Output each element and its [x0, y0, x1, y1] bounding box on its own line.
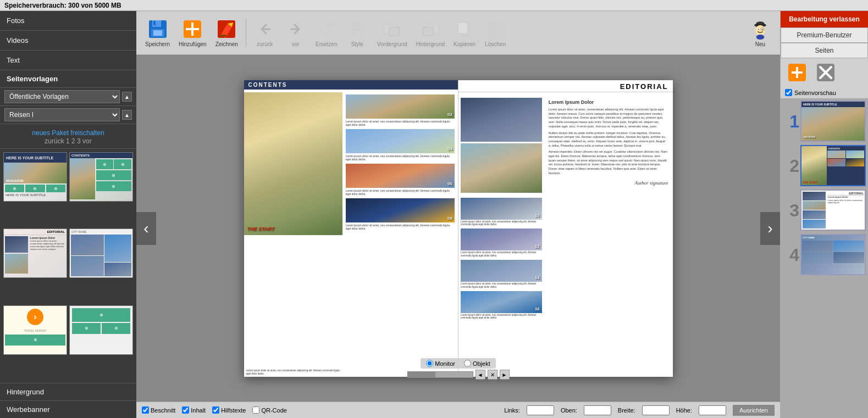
new-icon: [749, 18, 771, 40]
contents-header: CONTENTS: [244, 80, 458, 90]
sidebar-videos[interactable]: Videos: [0, 31, 136, 51]
template-thumb-contents[interactable]: CONTENTS ⊕ ⊕ ⊕ ⊕: [69, 152, 133, 202]
sidebar-werbebanner[interactable]: Werbebanner: [0, 400, 136, 418]
add-page-btn[interactable]: [785, 60, 809, 85]
radio-group: Monitor Objekt: [421, 358, 495, 369]
right-sidebar: Bearbeitung verlassen Premium-Benutzer S…: [780, 11, 868, 418]
back-icon: [254, 18, 276, 40]
vorlagen-select[interactable]: Öffentliche Vorlagen: [4, 90, 120, 103]
page-num-1: 1: [783, 113, 799, 130]
qrcode-check[interactable]: QR-Code: [252, 406, 286, 414]
edit-btn[interactable]: Bearbeitung verlassen: [781, 11, 868, 27]
sidebar-fotos[interactable]: Fotos: [0, 11, 136, 31]
page-preview-4[interactable]: CITY NAME: [800, 234, 866, 275]
monitor-radio[interactable]: Monitor: [426, 360, 455, 367]
page-preview-1[interactable]: HERE IS YOUR SUBTITLE MAGAZINE: [800, 101, 866, 142]
tool-neu[interactable]: Neu: [746, 16, 775, 49]
left-sidebar: Fotos Videos Text Seitenvorlagen Öffentl…: [0, 11, 136, 418]
hscroll-thumb[interactable]: [408, 372, 435, 377]
tool-ersetzen[interactable]: Ersetzen: [312, 16, 341, 49]
svg-point-29: [758, 29, 759, 30]
tool-vor[interactable]: vor: [281, 16, 310, 49]
vordergrund-label: Vordergrund: [377, 41, 407, 47]
svg-rect-16: [458, 23, 468, 34]
zurueck-label: zurück: [257, 41, 273, 47]
tool-hinzufuegen[interactable]: Hinzufügen: [175, 16, 210, 49]
page-row-4[interactable]: 4 CITY NAME: [783, 234, 866, 275]
tool-kopieren[interactable]: Kopieren: [450, 16, 479, 49]
page-num-2: 2: [783, 157, 799, 175]
seitenvorschau-label: Seitenvorschau: [794, 90, 836, 96]
oben-label: Oben:: [561, 407, 577, 414]
page-preview-2[interactable]: THE START CONTENTS: [800, 145, 866, 186]
hilfstexte-check[interactable]: Hilfstexte: [212, 406, 246, 414]
tool-style[interactable]: Style: [343, 16, 372, 49]
reisen-select[interactable]: Reisen I: [4, 108, 120, 121]
del-page-btn[interactable]: [814, 60, 838, 85]
page-row-2[interactable]: 2 THE START CONTENTS: [783, 145, 866, 186]
svg-rect-2: [153, 21, 156, 25]
tool-zurueck[interactable]: zurück: [251, 16, 279, 49]
inhalt-check[interactable]: Inhalt: [182, 406, 206, 414]
content-item-12: 12 Lorem ipsum dolor sit amet, rurs cons…: [461, 228, 542, 258]
vorlagen-dropdown-row: Öffentliche Vorlagen ▲: [0, 88, 136, 106]
template-thumb-city[interactable]: CITY NAME: [69, 228, 133, 278]
breite-label: Breite:: [618, 407, 635, 414]
editorial-person-img: [461, 143, 542, 193]
hoehe-label: Höhe:: [676, 407, 692, 414]
pages-list[interactable]: 1 HERE IS YOUR SUBTITLE MAGAZINE 2: [781, 98, 868, 418]
template-grid: HERE IS YOUR SUBTITLE MAGAZINE ⊕ ⊕ ⊕: [0, 149, 136, 383]
template-thumb-cover[interactable]: HERE IS YOUR SUBTITLE MAGAZINE ⊕ ⊕ ⊕: [3, 152, 67, 202]
svg-point-25: [756, 21, 765, 24]
tool-speichern[interactable]: Speichern: [142, 16, 173, 49]
reisen-up-btn[interactable]: ▲: [122, 110, 132, 120]
ausrichten-btn[interactable]: Ausrichten: [733, 405, 775, 416]
freischalten-link[interactable]: neues Paket freischalten: [32, 129, 104, 137]
page-preview-3[interactable]: EDITORIAL Lorem Ipsum Dolor Lorem ipsum …: [800, 190, 866, 231]
oben-input[interactable]: [584, 405, 611, 415]
nav-prev[interactable]: ‹: [136, 212, 156, 245]
page-row-3[interactable]: 3 EDITORIAL Lorem Ipsum Dolor: [783, 190, 866, 231]
svg-point-26: [755, 25, 765, 35]
tool-hintergrund[interactable]: Hintergrund: [413, 16, 448, 49]
neu-label: Neu: [755, 41, 765, 47]
content-item-16: 16 Lorem ipsum dolor sit amet, rurs cons…: [461, 291, 542, 320]
sidebar-hintergrund[interactable]: Hintergrund: [0, 383, 136, 400]
freischalten-section: neues Paket freischalten zurück 1 2 3 vo…: [0, 124, 136, 149]
speichern-label: Speichern: [145, 41, 170, 47]
style-label: Style: [351, 41, 363, 47]
page-action-btns: [781, 58, 868, 87]
background-icon: [419, 18, 441, 40]
scroll-close-btn[interactable]: ✕: [488, 370, 497, 380]
scroll-right-btn[interactable]: ►: [500, 370, 510, 380]
editorial-city-img: [461, 98, 542, 142]
objekt-radio[interactable]: Objekt: [464, 360, 490, 367]
page-left: CONTENTS THE START 02: [244, 80, 459, 377]
breite-input[interactable]: [642, 405, 670, 415]
svg-rect-9: [220, 35, 226, 37]
seitenvorschau-row: Seitenvorschau: [781, 87, 868, 98]
beschnitt-check[interactable]: Beschnitt: [142, 406, 175, 414]
hoehe-input[interactable]: [699, 405, 726, 415]
template-thumb-blank[interactable]: ⊕ ⊕ ⊕: [69, 305, 133, 355]
page-row-1[interactable]: 1 HERE IS YOUR SUBTITLE MAGAZINE: [783, 101, 866, 142]
template-thumb-editorial[interactable]: EDITORIAL Lorem Ipsum Dolor Lorem ipsum …: [3, 228, 67, 278]
seitenvorschau-check[interactable]: [785, 89, 792, 96]
seiten-btn[interactable]: Seiten: [781, 43, 868, 58]
premium-btn[interactable]: Premium-Benutzer: [781, 27, 868, 43]
nav-next[interactable]: ›: [760, 212, 780, 245]
loeschen-label: Löschen: [485, 41, 506, 47]
content-item-10: 10 Lorem ipsum dolor sit amet, rurs cons…: [461, 198, 542, 227]
contents-items: 02 Lorem ipsum dolor sit amet, rurs cons…: [342, 92, 458, 235]
sidebar-text[interactable]: Text: [0, 51, 136, 70]
tool-zeichnen[interactable]: Zeichnen: [212, 16, 241, 49]
tool-loeschen[interactable]: Löschen: [481, 16, 510, 49]
vorlagen-up-btn[interactable]: ▲: [122, 92, 132, 102]
hscroll-bar[interactable]: [407, 371, 473, 378]
links-input[interactable]: [527, 405, 554, 415]
svg-rect-4: [153, 30, 162, 36]
scroll-left-btn[interactable]: ◄: [476, 370, 485, 380]
template-thumb-orange[interactable]: › TRAVEL REPORT ⊕: [3, 305, 67, 355]
tool-vordergrund[interactable]: Vordergrund: [374, 16, 411, 49]
bottom-toolbar: Beschnitt Inhalt Hilfstexte QR-Code Link…: [136, 402, 780, 418]
